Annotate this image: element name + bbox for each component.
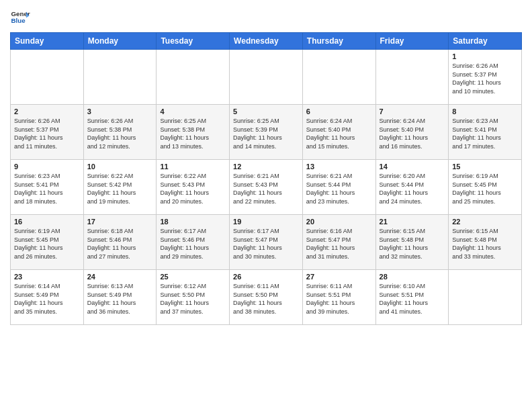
day-number: 8 <box>452 107 518 116</box>
weekday-header-monday: Monday <box>83 33 157 50</box>
day-info: Sunrise: 6:25 AM Sunset: 5:38 PM Dayligh… <box>160 117 226 150</box>
day-info: Sunrise: 6:24 AM Sunset: 5:40 PM Dayligh… <box>306 117 372 150</box>
calendar-cell: 9Sunrise: 6:23 AM Sunset: 5:41 PM Daylig… <box>11 160 84 215</box>
calendar-cell: 4Sunrise: 6:25 AM Sunset: 5:38 PM Daylig… <box>157 105 230 160</box>
calendar-cell: 3Sunrise: 6:26 AM Sunset: 5:38 PM Daylig… <box>83 105 157 160</box>
page: General Blue SundayMondayTuesdayWednesda… <box>0 0 532 411</box>
calendar-cell: 5Sunrise: 6:25 AM Sunset: 5:39 PM Daylig… <box>230 105 303 160</box>
day-number: 22 <box>452 218 518 226</box>
day-info: Sunrise: 6:18 AM Sunset: 5:46 PM Dayligh… <box>87 227 153 261</box>
day-info: Sunrise: 6:22 AM Sunset: 5:43 PM Dayligh… <box>160 172 226 205</box>
calendar-cell <box>302 50 375 105</box>
day-number: 1 <box>452 52 518 60</box>
day-number: 18 <box>160 218 226 226</box>
day-info: Sunrise: 6:19 AM Sunset: 5:45 PM Dayligh… <box>452 172 518 205</box>
calendar-cell <box>449 270 522 325</box>
day-info: Sunrise: 6:26 AM Sunset: 5:37 PM Dayligh… <box>14 117 80 150</box>
calendar-cell: 10Sunrise: 6:22 AM Sunset: 5:42 PM Dayli… <box>83 160 157 215</box>
day-number: 20 <box>306 218 372 226</box>
day-number: 10 <box>87 163 153 171</box>
day-info: Sunrise: 6:26 AM Sunset: 5:38 PM Dayligh… <box>87 117 153 150</box>
calendar-week-2: 9Sunrise: 6:23 AM Sunset: 5:41 PM Daylig… <box>11 160 522 215</box>
day-info: Sunrise: 6:12 AM Sunset: 5:50 PM Dayligh… <box>160 282 226 316</box>
calendar-table: SundayMondayTuesdayWednesdayThursdayFrid… <box>10 32 522 325</box>
calendar-cell <box>11 50 84 105</box>
calendar-cell: 14Sunrise: 6:20 AM Sunset: 5:44 PM Dayli… <box>375 160 449 215</box>
day-number: 13 <box>306 163 372 171</box>
day-number: 15 <box>452 163 518 171</box>
day-info: Sunrise: 6:25 AM Sunset: 5:39 PM Dayligh… <box>233 117 299 150</box>
day-info: Sunrise: 6:11 AM Sunset: 5:51 PM Dayligh… <box>306 282 372 316</box>
day-info: Sunrise: 6:24 AM Sunset: 5:40 PM Dayligh… <box>380 117 445 150</box>
calendar-cell <box>157 50 230 105</box>
day-info: Sunrise: 6:20 AM Sunset: 5:44 PM Dayligh… <box>380 172 445 205</box>
weekday-header-row: SundayMondayTuesdayWednesdayThursdayFrid… <box>11 33 522 50</box>
day-number: 14 <box>380 163 445 171</box>
calendar-cell: 24Sunrise: 6:13 AM Sunset: 5:49 PM Dayli… <box>83 270 157 325</box>
day-number: 5 <box>233 107 299 116</box>
day-info: Sunrise: 6:22 AM Sunset: 5:42 PM Dayligh… <box>87 172 153 205</box>
logo: General Blue <box>10 7 30 27</box>
calendar-cell: 7Sunrise: 6:24 AM Sunset: 5:40 PM Daylig… <box>375 105 449 160</box>
day-info: Sunrise: 6:21 AM Sunset: 5:43 PM Dayligh… <box>233 172 299 205</box>
day-number: 21 <box>380 218 445 226</box>
calendar-cell <box>83 50 157 105</box>
day-info: Sunrise: 6:23 AM Sunset: 5:41 PM Dayligh… <box>14 172 80 205</box>
calendar-cell: 11Sunrise: 6:22 AM Sunset: 5:43 PM Dayli… <box>157 160 230 215</box>
day-number: 17 <box>87 218 153 226</box>
day-info: Sunrise: 6:26 AM Sunset: 5:37 PM Dayligh… <box>452 62 518 95</box>
day-number: 11 <box>160 163 226 171</box>
calendar-cell: 28Sunrise: 6:10 AM Sunset: 5:51 PM Dayli… <box>375 270 449 325</box>
day-info: Sunrise: 6:15 AM Sunset: 5:48 PM Dayligh… <box>380 227 445 261</box>
day-number: 24 <box>87 273 153 281</box>
calendar-cell <box>230 50 303 105</box>
weekday-header-saturday: Saturday <box>449 33 522 50</box>
day-info: Sunrise: 6:19 AM Sunset: 5:45 PM Dayligh… <box>14 227 80 261</box>
calendar-cell: 1Sunrise: 6:26 AM Sunset: 5:37 PM Daylig… <box>449 50 522 105</box>
day-number: 27 <box>306 273 372 281</box>
day-number: 19 <box>233 218 299 226</box>
weekday-header-thursday: Thursday <box>302 33 375 50</box>
calendar-cell: 13Sunrise: 6:21 AM Sunset: 5:44 PM Dayli… <box>302 160 375 215</box>
calendar-cell: 6Sunrise: 6:24 AM Sunset: 5:40 PM Daylig… <box>302 105 375 160</box>
calendar-cell: 12Sunrise: 6:21 AM Sunset: 5:43 PM Dayli… <box>230 160 303 215</box>
day-info: Sunrise: 6:13 AM Sunset: 5:49 PM Dayligh… <box>87 282 153 316</box>
day-number: 9 <box>14 163 80 171</box>
calendar-week-3: 16Sunrise: 6:19 AM Sunset: 5:45 PM Dayli… <box>11 215 522 270</box>
calendar-cell <box>375 50 449 105</box>
calendar-cell: 23Sunrise: 6:14 AM Sunset: 5:49 PM Dayli… <box>11 270 84 325</box>
calendar-cell: 21Sunrise: 6:15 AM Sunset: 5:48 PM Dayli… <box>375 215 449 270</box>
day-number: 3 <box>87 107 153 116</box>
day-info: Sunrise: 6:16 AM Sunset: 5:47 PM Dayligh… <box>306 227 372 261</box>
svg-text:Blue: Blue <box>11 17 26 24</box>
day-info: Sunrise: 6:23 AM Sunset: 5:41 PM Dayligh… <box>452 117 518 150</box>
calendar-week-1: 2Sunrise: 6:26 AM Sunset: 5:37 PM Daylig… <box>11 105 522 160</box>
header: General Blue <box>10 7 522 27</box>
day-info: Sunrise: 6:11 AM Sunset: 5:50 PM Dayligh… <box>233 282 299 316</box>
calendar-cell: 26Sunrise: 6:11 AM Sunset: 5:50 PM Dayli… <box>230 270 303 325</box>
weekday-header-tuesday: Tuesday <box>157 33 230 50</box>
day-number: 4 <box>160 107 226 116</box>
logo-icon: General Blue <box>10 7 30 27</box>
calendar-cell: 16Sunrise: 6:19 AM Sunset: 5:45 PM Dayli… <box>11 215 84 270</box>
calendar-cell: 25Sunrise: 6:12 AM Sunset: 5:50 PM Dayli… <box>157 270 230 325</box>
calendar-week-4: 23Sunrise: 6:14 AM Sunset: 5:49 PM Dayli… <box>11 270 522 325</box>
day-number: 16 <box>14 218 80 226</box>
day-number: 28 <box>380 273 445 281</box>
calendar-cell: 18Sunrise: 6:17 AM Sunset: 5:46 PM Dayli… <box>157 215 230 270</box>
day-number: 25 <box>160 273 226 281</box>
day-number: 26 <box>233 273 299 281</box>
day-info: Sunrise: 6:17 AM Sunset: 5:46 PM Dayligh… <box>160 227 226 261</box>
day-number: 7 <box>380 107 445 116</box>
calendar-cell: 15Sunrise: 6:19 AM Sunset: 5:45 PM Dayli… <box>449 160 522 215</box>
day-info: Sunrise: 6:21 AM Sunset: 5:44 PM Dayligh… <box>306 172 372 205</box>
calendar-cell: 17Sunrise: 6:18 AM Sunset: 5:46 PM Dayli… <box>83 215 157 270</box>
day-number: 6 <box>306 107 372 116</box>
day-number: 2 <box>14 107 80 116</box>
calendar-cell: 20Sunrise: 6:16 AM Sunset: 5:47 PM Dayli… <box>302 215 375 270</box>
calendar-cell: 27Sunrise: 6:11 AM Sunset: 5:51 PM Dayli… <box>302 270 375 325</box>
calendar-week-0: 1Sunrise: 6:26 AM Sunset: 5:37 PM Daylig… <box>11 50 522 105</box>
day-info: Sunrise: 6:10 AM Sunset: 5:51 PM Dayligh… <box>380 282 445 316</box>
weekday-header-wednesday: Wednesday <box>230 33 303 50</box>
day-info: Sunrise: 6:14 AM Sunset: 5:49 PM Dayligh… <box>14 282 80 316</box>
